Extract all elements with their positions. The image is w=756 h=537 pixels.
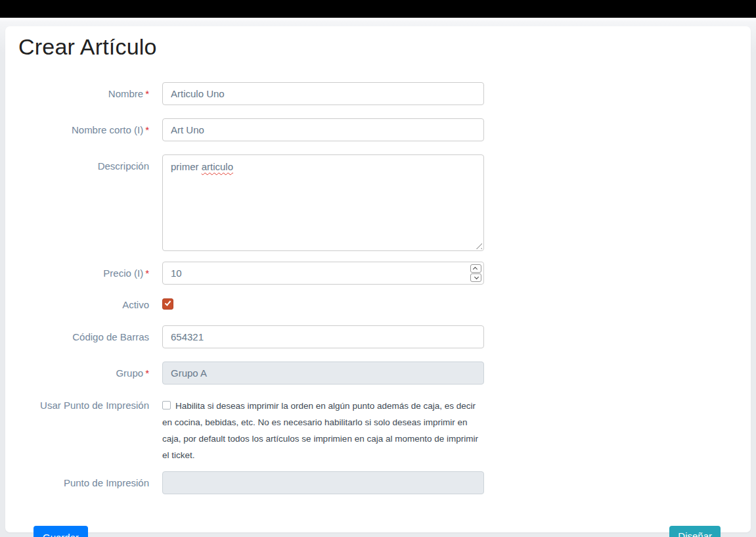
form-footer: Guardar Diseñar	[18, 526, 738, 537]
required-asterisk: *	[145, 268, 149, 279]
form-row-activo: Activo	[18, 298, 738, 312]
usar-punto-help-text: Habilita si deseas imprimir la orden en …	[162, 401, 478, 460]
precio-label: Precio (I)*	[18, 262, 162, 285]
activo-label: Activo	[18, 298, 162, 312]
chevron-up-icon	[473, 267, 478, 271]
descripcion-textarea[interactable]: primer articulo	[162, 154, 484, 251]
usar-punto-label: Usar Punto de Impresión	[18, 396, 162, 463]
page-title: Crear Artículo	[18, 26, 738, 60]
precio-input[interactable]	[162, 262, 484, 285]
required-asterisk: *	[145, 367, 149, 379]
punto-impresion-input	[162, 471, 484, 494]
top-navbar	[0, 0, 756, 18]
spinner-down-button[interactable]	[470, 273, 481, 282]
grupo-label: Grupo*	[18, 362, 162, 385]
textarea-resize-handle[interactable]	[475, 242, 482, 249]
form-row-codigo-barras: Código de Barras	[18, 325, 738, 348]
punto-impresion-label: Punto de Impresión	[18, 471, 162, 494]
nombre-corto-label: Nombre corto (I)*	[18, 118, 162, 141]
descripcion-text: primer	[171, 161, 202, 172]
spinner-up-button[interactable]	[470, 264, 481, 273]
codigo-barras-label: Código de Barras	[18, 325, 162, 348]
form-row-descripcion: Descripción primer articulo	[18, 154, 738, 251]
form-row-nombre: Nombre*	[18, 82, 738, 105]
usar-punto-checkbox[interactable]	[162, 401, 171, 409]
descripcion-label: Descripción	[18, 154, 162, 251]
number-spinner	[470, 264, 481, 282]
nombre-corto-input[interactable]	[162, 118, 484, 141]
activo-checkbox[interactable]	[162, 298, 173, 310]
nombre-input[interactable]	[162, 82, 484, 105]
codigo-barras-input[interactable]	[162, 325, 484, 348]
required-asterisk: *	[145, 124, 149, 135]
create-article-form: Nombre* Nombre corto (I)* Descripción pr…	[18, 82, 738, 537]
usar-punto-help: Habilita si deseas imprimir la orden en …	[162, 396, 479, 463]
guardar-button[interactable]: Guardar	[33, 526, 88, 537]
check-icon	[165, 300, 171, 306]
disenar-button[interactable]: Diseñar	[669, 526, 721, 537]
form-row-usar-punto: Usar Punto de Impresión Habilita si dese…	[18, 396, 738, 463]
form-row-precio: Precio (I)*	[18, 262, 738, 285]
form-row-punto-impresion: Punto de Impresión	[18, 471, 738, 494]
nombre-label: Nombre*	[18, 82, 162, 105]
form-row-grupo: Grupo*	[18, 362, 738, 385]
grupo-input	[162, 362, 484, 385]
chevron-down-icon	[474, 275, 479, 279]
form-row-nombre-corto: Nombre corto (I)*	[18, 118, 738, 141]
descripcion-misspelled-word: articulo	[202, 161, 233, 172]
create-article-panel: Crear Artículo Nombre* Nombre corto (I)*…	[5, 26, 751, 532]
required-asterisk: *	[145, 88, 149, 99]
